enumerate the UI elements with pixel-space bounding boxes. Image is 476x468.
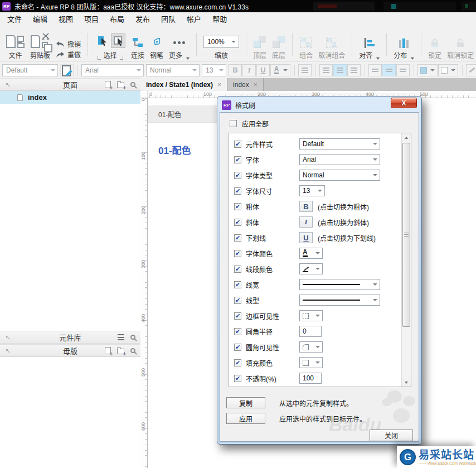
panel-menu-icon[interactable] <box>118 334 124 340</box>
line-color-checkbox[interactable]: ✔ <box>234 266 241 273</box>
intersect-select-tool[interactable] <box>95 33 109 48</box>
lock-button[interactable]: 锁定 <box>428 28 441 60</box>
bullet-list-button[interactable] <box>298 64 312 76</box>
scrollbar-thumb[interactable] <box>402 143 410 327</box>
font-style-select[interactable]: Normal <box>146 64 200 76</box>
menu-item-0[interactable]: 文件 <box>2 12 27 26</box>
align-top-button[interactable] <box>368 64 382 76</box>
widget-style-select[interactable]: Default <box>299 138 380 149</box>
align-middle-button[interactable] <box>382 64 396 76</box>
ungroup-button[interactable]: 取消组合 <box>318 28 345 60</box>
canvas-heading-text[interactable]: 01-配色 <box>158 143 191 157</box>
copy-icon[interactable] <box>42 42 48 48</box>
save-icon[interactable] <box>17 36 24 42</box>
tab-close-icon[interactable]: × <box>217 81 221 89</box>
copy-button[interactable]: 复制 <box>226 397 265 408</box>
menu-item-2[interactable]: 视图 <box>53 12 79 26</box>
panel-pin-icon[interactable]: ↖ <box>5 81 11 89</box>
line-style-button[interactable] <box>466 64 476 76</box>
bring-to-front-button[interactable]: 顶层 <box>253 28 266 60</box>
align-left-button[interactable] <box>319 64 333 76</box>
dialog-title-bar[interactable]: RP 格式刷 <box>219 98 420 112</box>
open-icon[interactable] <box>17 43 25 48</box>
unlock-button[interactable]: 取消锁定 <box>447 28 474 60</box>
apply-button[interactable]: 应用 <box>226 413 265 424</box>
line-color-select[interactable] <box>299 263 323 274</box>
italic-button[interactable]: I <box>242 64 256 76</box>
add-master-icon[interactable] <box>105 347 111 354</box>
canvas-tab-1[interactable]: index× <box>227 78 264 91</box>
panel-pin-icon[interactable]: ↖ <box>5 334 11 341</box>
bold-toggle-button[interactable]: B <box>299 201 313 212</box>
scroll-down-button[interactable] <box>402 378 411 387</box>
font-style-checkbox[interactable]: ✔ <box>234 172 241 179</box>
contain-select-tool[interactable] <box>111 33 125 48</box>
opacity-input[interactable]: 100 <box>299 373 322 384</box>
search-icon[interactable] <box>130 82 135 87</box>
paste-icon[interactable] <box>31 35 40 48</box>
border-color-button[interactable] <box>438 64 458 76</box>
italic-toggle-button[interactable]: I <box>299 216 313 228</box>
underline-checkbox[interactable]: ✔ <box>234 234 241 242</box>
add-folder-icon[interactable] <box>117 83 124 88</box>
align-right-button[interactable] <box>347 64 361 76</box>
font-size-select[interactable]: 13 <box>299 185 325 196</box>
line-style-checkbox[interactable]: ✔ <box>234 297 241 304</box>
undo-button[interactable]: 撤销 <box>56 39 81 49</box>
menu-item-5[interactable]: 发布 <box>130 12 156 26</box>
more-tools-button[interactable]: 更多 <box>169 28 190 60</box>
align-bottom-button[interactable] <box>396 64 410 76</box>
clipboard-tool-group[interactable]: 剪贴板 <box>30 28 50 60</box>
opacity-checkbox[interactable]: ✔ <box>234 375 241 382</box>
bold-checkbox[interactable]: ✔ <box>234 203 241 210</box>
redo-button[interactable]: 重做 <box>56 50 81 59</box>
widget-style-select[interactable]: Default <box>2 64 58 76</box>
add-page-icon[interactable] <box>105 81 111 88</box>
menu-item-3[interactable]: 项目 <box>79 12 104 26</box>
fill-color-checkbox[interactable]: ✔ <box>234 359 241 366</box>
font-checkbox[interactable]: ✔ <box>234 156 241 163</box>
corner-radius-input[interactable]: 0 <box>299 326 322 337</box>
connect-tool[interactable]: 连接 <box>131 28 144 60</box>
menu-item-4[interactable]: 布局 <box>104 12 130 26</box>
font-color-select[interactable]: A <box>299 248 323 259</box>
font-select[interactable]: Arial <box>81 64 144 76</box>
cut-icon[interactable] <box>42 33 50 40</box>
distribute-button[interactable]: 分布 <box>394 28 414 60</box>
menu-item-8[interactable]: 帮助 <box>207 12 232 26</box>
menu-item-7[interactable]: 帐户 <box>181 12 207 26</box>
font-color-checkbox[interactable]: ✔ <box>234 250 241 257</box>
italic-checkbox[interactable]: ✔ <box>234 219 241 226</box>
panel-pin-icon[interactable]: ↖ <box>5 347 11 355</box>
list-scrollbar[interactable] <box>401 133 411 387</box>
widget-style-checkbox[interactable]: ✔ <box>234 141 241 148</box>
fill-color-select[interactable] <box>299 357 323 368</box>
line-width-checkbox[interactable]: ✔ <box>234 281 241 288</box>
close-dialog-button[interactable]: 关闭 <box>370 430 413 441</box>
align-button[interactable]: 对齐 <box>359 28 380 60</box>
dialog-close-button[interactable]: X <box>391 98 417 108</box>
underline-button[interactable]: U <box>256 64 270 76</box>
search-icon[interactable] <box>130 335 135 340</box>
pen-tool[interactable]: 钢笔 <box>150 28 163 60</box>
tab-close-icon[interactable]: × <box>254 81 258 89</box>
scroll-up-button[interactable] <box>402 133 411 142</box>
add-folder-icon[interactable] <box>117 349 124 354</box>
line-style-select[interactable] <box>299 295 380 306</box>
border-visibility-checkbox[interactable]: ✔ <box>234 312 241 320</box>
border-visibility-select[interactable] <box>299 310 323 321</box>
align-center-button[interactable] <box>333 64 347 76</box>
canvas-tab-0[interactable]: index / State1 (index)× <box>140 78 227 91</box>
format-painter-button[interactable] <box>60 64 74 76</box>
line-width-select[interactable] <box>299 279 380 290</box>
apply-all-checkbox[interactable] <box>230 120 237 127</box>
font-color-button[interactable]: A <box>270 64 290 76</box>
font-size-checkbox[interactable]: ✔ <box>234 187 241 195</box>
corner-visibility-select[interactable] <box>299 341 323 353</box>
underline-toggle-button[interactable]: U <box>299 232 313 243</box>
page-tree-item-index[interactable]: index <box>0 91 140 104</box>
corner-radius-checkbox[interactable]: ✔ <box>234 328 241 335</box>
menu-item-6[interactable]: 团队 <box>156 12 181 26</box>
fill-color-button[interactable] <box>417 64 438 76</box>
new-file-icon[interactable] <box>6 35 16 48</box>
